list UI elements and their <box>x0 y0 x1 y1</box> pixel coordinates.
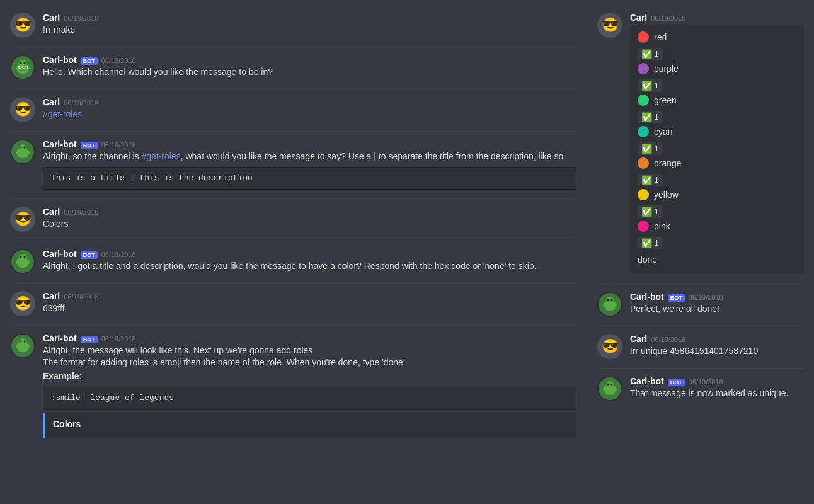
color-list-embed: red ✅ 1 purple ✅ 1 <box>630 25 804 273</box>
svg-point-29 <box>24 256 26 258</box>
code-block: :smile: league of legends <box>43 387 576 410</box>
reaction-yellow[interactable]: ✅ 1 <box>638 204 796 220</box>
color-name-green: green <box>654 95 677 105</box>
message-text: #get-roles <box>43 108 576 121</box>
timestamp: 06/19/2018 <box>64 99 98 106</box>
svg-point-20 <box>24 147 26 149</box>
message-content: Carl 06/19/2018 639fff <box>43 291 576 316</box>
embed-title: Colors <box>53 418 569 431</box>
message-header: Carl 06/19/2018 <box>630 13 804 23</box>
color-name-purple: purple <box>654 64 679 74</box>
svg-text:BOT: BOT <box>18 64 29 70</box>
color-item-orange: orange <box>638 158 796 169</box>
username: Carl <box>630 334 647 344</box>
message-header: Carl-bot BOT 06/19/2018 <box>630 376 804 386</box>
message-text: !rr make <box>43 24 576 37</box>
svg-point-46 <box>607 299 609 301</box>
svg-point-28 <box>20 256 22 258</box>
text-after: , what would you like the message to say… <box>181 151 564 161</box>
separator <box>10 283 576 284</box>
message-text: Perfect, we're all done! <box>630 303 804 316</box>
color-name-cyan: cyan <box>654 127 673 137</box>
username: Carl <box>43 291 60 301</box>
msg-bold: Example: <box>43 370 576 383</box>
separator <box>10 198 576 199</box>
done-text: done <box>638 252 796 267</box>
avatar: 😎 <box>10 291 35 316</box>
svg-point-14 <box>19 144 26 152</box>
reaction-purple[interactable]: ✅ 1 <box>638 78 796 94</box>
message-content: Carl-bot BOT 06/19/2018 Alright, so the … <box>43 139 576 190</box>
channel-link[interactable]: #get-roles <box>141 151 180 161</box>
avatar: 😎 <box>10 97 35 122</box>
separator <box>10 131 576 132</box>
username: Carl <box>43 97 60 107</box>
bot-badge: BOT <box>668 294 685 302</box>
color-name-pink: pink <box>654 221 670 231</box>
right-panel: 😎 Carl 06/19/2018 red ✅ 1 <box>587 0 814 504</box>
message-header: Carl-bot BOT 06/19/2018 <box>630 292 804 302</box>
reaction-orange[interactable]: ✅ 1 <box>638 173 796 189</box>
color-name-yellow: yellow <box>654 190 679 200</box>
separator <box>10 325 576 326</box>
color-dot-purple <box>638 63 649 74</box>
message-header: Carl 06/19/2018 <box>630 334 804 344</box>
color-dot-orange <box>638 158 649 169</box>
avatar: 😎 <box>597 334 622 359</box>
timestamp: 06/19/2018 <box>64 209 98 216</box>
message-header: Carl-bot BOT 06/19/2018 <box>43 55 576 65</box>
svg-point-41 <box>606 297 614 304</box>
color-item-yellow: yellow <box>638 189 796 200</box>
username: Carl-bot <box>43 139 77 149</box>
color-dot-yellow <box>638 189 649 200</box>
channel-link[interactable]: #get-roles <box>43 109 82 119</box>
text-before: Alright, so the channel is <box>43 151 141 161</box>
separator <box>597 284 804 284</box>
timestamp: 06/19/2018 <box>651 14 685 22</box>
avatar <box>597 376 622 401</box>
svg-point-37 <box>20 340 22 342</box>
color-name-orange: orange <box>654 158 682 168</box>
right-message-group: Carl-bot BOT 06/19/2018 Perfect, we're a… <box>587 289 814 319</box>
message-header: Carl-bot BOT 06/19/2018 <box>43 333 576 343</box>
message-group: 😎 Carl 06/19/2018 #get-roles <box>0 94 587 125</box>
message-text: Colors <box>43 218 576 231</box>
avatar: 😎 <box>597 13 622 38</box>
avatar: 😎 <box>10 13 35 38</box>
username: Carl <box>43 207 60 217</box>
embed-container: Colors <box>43 413 576 438</box>
message-header: Carl 06/19/2018 <box>43 13 576 23</box>
message-text: That message is now marked as unique. <box>630 387 804 400</box>
message-header: Carl 06/19/2018 <box>43 97 576 107</box>
message-content: Carl 06/19/2018 Colors <box>43 207 576 232</box>
separator <box>10 89 576 89</box>
reaction-red[interactable]: ✅ 1 <box>638 47 796 63</box>
username: Carl-bot <box>630 376 664 386</box>
avatar: BOT <box>10 55 35 80</box>
bot-badge: BOT <box>81 142 98 149</box>
reaction-cyan[interactable]: ✅ 1 <box>638 141 796 158</box>
svg-point-55 <box>607 384 609 386</box>
avatar <box>10 249 35 274</box>
message-text: Hello. Which channel would you like the … <box>43 66 576 79</box>
reaction-pink[interactable]: ✅ 1 <box>638 236 796 252</box>
reaction-green[interactable]: ✅ 1 <box>638 110 796 126</box>
message-content: Carl-bot BOT 06/19/2018 Alright, the mes… <box>43 333 576 438</box>
message-content: Carl 06/19/2018 !rr unique 4586415140175… <box>630 334 804 359</box>
separator <box>10 241 576 241</box>
bot-badge: BOT <box>81 336 98 343</box>
svg-point-50 <box>606 381 614 389</box>
message-content: Carl 06/19/2018 #get-roles <box>43 97 576 122</box>
avatar <box>10 333 35 358</box>
msg-line2: The format for adding roles is emoji the… <box>43 357 576 369</box>
message-group: Carl-bot BOT 06/19/2018 Alright, so the … <box>0 137 587 192</box>
color-item-green: green <box>638 94 796 106</box>
message-content: Carl 06/19/2018 red ✅ 1 <box>630 13 804 273</box>
message-content: Carl 06/19/2018 !rr make <box>43 13 576 38</box>
right-message-group: Carl-bot BOT 06/19/2018 That message is … <box>587 374 814 404</box>
message-text: Alright, the message will look like this… <box>43 345 576 438</box>
username: Carl <box>630 13 647 23</box>
separator <box>597 368 804 369</box>
chat-panel: 😎 Carl 06/19/2018 !rr make <box>0 0 587 504</box>
color-item-pink: pink <box>638 220 796 232</box>
